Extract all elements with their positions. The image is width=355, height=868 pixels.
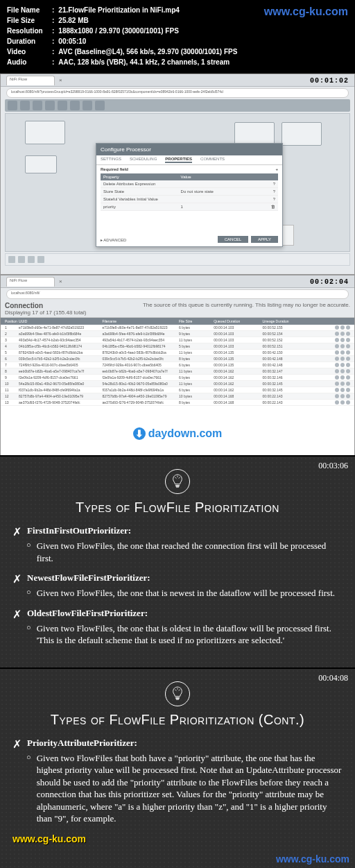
- table-row[interactable]: 13ae370d93-f276-4729-9048-3752074fafcae3…: [1, 400, 354, 406]
- processor-box[interactable]: [25, 155, 57, 173]
- process-group-icon[interactable]: [45, 101, 55, 110]
- play-icon[interactable]: [8, 256, 15, 263]
- table-row[interactable]: 2a3a699b4-5fee-4876-afe9-b1bf3f8b684ea3a…: [1, 331, 354, 337]
- view-icon[interactable]: [335, 338, 339, 342]
- download-icon[interactable]: [340, 344, 345, 348]
- prop-value[interactable]: 1: [181, 205, 183, 209]
- cancel-button[interactable]: CANCEL: [218, 236, 248, 243]
- tab-close-icon[interactable]: ×: [59, 278, 62, 284]
- col-position[interactable]: Position: [3, 319, 17, 323]
- table-row[interactable]: 1e71b5fe8-d60e-4e71-8e87-47c82a519223e71…: [1, 325, 354, 331]
- table-row[interactable]: 6039c5cc5-b7b5-42b2-b2f5-b2e2cdac0fc039c…: [1, 356, 354, 362]
- col-queued-duration[interactable]: Queued Duration: [212, 319, 261, 323]
- view-icon[interactable]: [335, 382, 339, 386]
- address-bar[interactable]: localhost:8080/nifi/?processGroupId=e329…: [6, 88, 349, 98]
- table-row[interactable]: 8eeb0b87e-b82b-4ba6-a5e7-098407ca7e7feeb…: [1, 368, 354, 375]
- queue-table-header: Position UUID Filename File Size Queued …: [1, 318, 354, 325]
- table-row[interactable]: 5878243b9-a0c5-4aed-583b-f87fc8bbb2ba878…: [1, 350, 354, 356]
- enable-icon[interactable]: [28, 256, 35, 263]
- output-port-icon[interactable]: [33, 101, 42, 110]
- table-row[interactable]: 1054e28d15-80a1-40b2-9670-05e85fa080a054…: [1, 381, 354, 387]
- view-icon[interactable]: [335, 350, 339, 355]
- download-icon[interactable]: [340, 394, 345, 398]
- table-row[interactable]: 7724f9fcf-929a-4016-907c-dbee5b6405724f9…: [1, 362, 354, 368]
- tab-close-icon[interactable]: ×: [59, 77, 62, 83]
- add-property-icon[interactable]: +: [275, 167, 278, 171]
- download-icon[interactable]: [340, 382, 345, 386]
- tab-properties[interactable]: PROPERTIES: [165, 157, 192, 163]
- tab-scheduling[interactable]: SCHEDULING: [130, 157, 157, 163]
- view-icon[interactable]: [335, 375, 339, 380]
- remote-group-icon[interactable]: [58, 101, 67, 110]
- browser-tab[interactable]: NiFi Flow: [6, 76, 55, 85]
- table-row[interactable]: 11f037a1db-9b2a-448d-848f-cfe9f694fa1af0…: [1, 387, 354, 393]
- view-icon[interactable]: [335, 369, 339, 373]
- download-icon[interactable]: [340, 388, 345, 392]
- video-timecode: 00:04:08: [318, 673, 348, 683]
- col-uuid[interactable]: UUID: [17, 319, 101, 323]
- processor-icon[interactable]: [8, 101, 17, 110]
- input-port-icon[interactable]: [20, 101, 30, 110]
- view-icon[interactable]: [335, 357, 339, 361]
- tab-settings[interactable]: SETTINGS: [101, 157, 121, 163]
- help-icon[interactable]: ?: [273, 182, 275, 186]
- prop-value[interactable]: Do not store state: [181, 189, 214, 194]
- download-icon[interactable]: [340, 369, 345, 373]
- download-icon[interactable]: [340, 338, 345, 342]
- info-icon[interactable]: [346, 357, 350, 361]
- delete-icon[interactable]: 🗑: [271, 205, 275, 209]
- col-filename[interactable]: Filename: [101, 319, 178, 323]
- processor-box[interactable]: [234, 122, 275, 146]
- download-icon[interactable]: [340, 375, 345, 380]
- funnel-icon[interactable]: [70, 101, 80, 110]
- cell-uuid: 039c5cc5-b7b5-42b2-b2f5-b2e2cdac0fc: [17, 357, 101, 361]
- download-icon[interactable]: [340, 363, 345, 367]
- browser-tab[interactable]: NiFi Flow: [6, 277, 55, 287]
- info-icon[interactable]: [346, 338, 350, 342]
- info-icon[interactable]: [346, 332, 350, 336]
- help-icon[interactable]: ?: [273, 197, 275, 201]
- stop-icon[interactable]: [18, 256, 25, 263]
- tab-comments[interactable]: COMMENTS: [200, 157, 225, 163]
- col-lineage-duration[interactable]: Lineage Duration: [261, 319, 309, 323]
- cell-filename: ae370d93-f276-4729-9048-3752074fafc: [101, 400, 178, 405]
- advanced-link[interactable]: ▸ ADVANCED: [101, 237, 126, 242]
- download-icon[interactable]: [340, 400, 345, 405]
- view-icon[interactable]: [335, 363, 339, 367]
- template-icon[interactable]: [83, 101, 92, 110]
- info-icon[interactable]: [346, 369, 350, 373]
- view-icon[interactable]: [335, 400, 339, 405]
- processor-box[interactable]: [25, 121, 65, 144]
- info-icon[interactable]: [346, 394, 350, 398]
- info-icon[interactable]: [346, 344, 350, 348]
- info-icon[interactable]: [346, 350, 350, 355]
- processor-box[interactable]: [282, 122, 322, 146]
- download-icon[interactable]: [340, 350, 345, 355]
- disable-icon[interactable]: [37, 256, 44, 263]
- view-icon[interactable]: [335, 388, 339, 392]
- table-row[interactable]: 3493a54d-4b17-4574-b2ab-93c94aec354493a5…: [1, 337, 354, 343]
- label-icon[interactable]: [95, 101, 105, 110]
- file-metadata: www.cg-ku.com File Name:21.FlowFile Prio…: [0, 0, 355, 74]
- view-icon[interactable]: [335, 344, 339, 348]
- table-row[interactable]: 9f2e0fa1a-9209-4df6-8157-dca0ec7661f2e0f…: [1, 375, 354, 381]
- info-icon[interactable]: [346, 400, 350, 405]
- download-icon[interactable]: [340, 325, 345, 330]
- view-icon[interactable]: [335, 332, 339, 336]
- col-filesize[interactable]: File Size: [178, 319, 212, 323]
- view-icon[interactable]: [335, 325, 339, 330]
- info-icon[interactable]: [346, 382, 350, 386]
- table-row[interactable]: 404b18f5a-cf5b-46c6-b582-94012fb9817404b…: [1, 343, 354, 350]
- info-icon[interactable]: [346, 375, 350, 380]
- address-bar[interactable]: localhost:8080/nifi/: [6, 289, 349, 299]
- apply-button[interactable]: APPLY: [251, 236, 278, 243]
- download-icon[interactable]: [340, 357, 345, 361]
- view-icon[interactable]: [335, 394, 339, 398]
- nifi-canvas[interactable]: Configure Processor SETTINGS SCHEDULING …: [5, 113, 350, 252]
- download-icon[interactable]: [340, 332, 345, 336]
- info-icon[interactable]: [346, 363, 350, 367]
- info-icon[interactable]: [346, 325, 350, 330]
- help-icon[interactable]: ?: [273, 189, 275, 194]
- info-icon[interactable]: [346, 388, 350, 392]
- table-row[interactable]: 1282757b8b-97a4-4904-a450-19e01095e79827…: [1, 393, 354, 400]
